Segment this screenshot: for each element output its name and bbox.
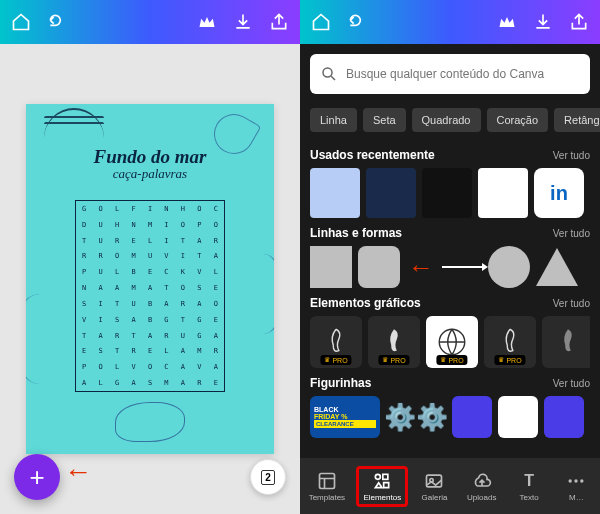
graphic-seahorse[interactable] — [542, 316, 590, 368]
share-icon[interactable] — [268, 11, 290, 33]
nav-elementos[interactable]: Elementos — [356, 466, 408, 507]
filter-chip[interactable]: Retângulo — [554, 108, 600, 132]
search-input[interactable] — [346, 67, 580, 81]
sticker-gears[interactable]: ⚙️⚙️ — [386, 396, 446, 438]
svg-point-0 — [323, 68, 332, 77]
elements-icon — [372, 471, 392, 491]
shape-square[interactable] — [310, 246, 352, 288]
grid-cell: P — [76, 359, 92, 375]
grid-cell: I — [158, 217, 174, 233]
grid-cell: V — [76, 312, 92, 328]
search-box[interactable] — [310, 54, 590, 94]
grid-cell: A — [191, 233, 207, 249]
grid-cell: O — [175, 280, 191, 296]
search-icon — [320, 65, 338, 83]
share-icon[interactable] — [568, 11, 590, 33]
graphic-seahorse[interactable]: ♛ PRO — [310, 316, 362, 368]
grid-cell: R — [109, 328, 125, 344]
home-icon[interactable] — [310, 11, 332, 33]
pro-badge: ♛ PRO — [436, 355, 467, 365]
grid-cell: R — [125, 343, 141, 359]
grid-cell: I — [175, 248, 191, 264]
top-bar — [0, 0, 300, 44]
shape-triangle[interactable] — [536, 248, 578, 286]
canvas-page[interactable]: Fundo do mar caça-palavras GOLFINHOCDUHN… — [26, 104, 274, 454]
grid-cell: N — [76, 280, 92, 296]
grid-cell: D — [76, 217, 92, 233]
nav-label: M… — [569, 493, 584, 502]
nav-label: Texto — [519, 493, 538, 502]
bottom-controls: + 2 — [14, 454, 286, 500]
canvas-area[interactable]: Fundo do mar caça-palavras GOLFINHOCDUHN… — [0, 44, 300, 514]
shape-rounded-square[interactable] — [358, 246, 400, 288]
nav-galeria[interactable]: Galeria — [413, 467, 455, 506]
grid-cell: E — [208, 280, 224, 296]
grid-cell: A — [208, 328, 224, 344]
page-counter[interactable]: 2 — [250, 459, 286, 495]
recent-thumb[interactable] — [310, 168, 360, 218]
grid-cell: U — [92, 264, 108, 280]
grid-cell: T — [175, 233, 191, 249]
see-all-link[interactable]: Ver tudo — [553, 228, 590, 239]
see-all-link[interactable]: Ver tudo — [553, 150, 590, 161]
see-all-link[interactable]: Ver tudo — [553, 378, 590, 389]
back-icon[interactable] — [346, 11, 368, 33]
nav-uploads[interactable]: Uploads — [461, 467, 503, 506]
shape-circle[interactable] — [488, 246, 530, 288]
grid-cell: O — [191, 201, 207, 217]
uploads-icon — [472, 471, 492, 491]
pro-badge: ♛ PRO — [320, 355, 351, 365]
recent-thumb-linkedin[interactable]: in — [534, 168, 584, 218]
download-icon[interactable] — [232, 11, 254, 33]
grid-cell: I — [142, 201, 158, 217]
elements-panel: LinhaSetaQuadradoCoraçãoRetângulo Usados… — [300, 44, 600, 458]
grid-cell: H — [175, 201, 191, 217]
grid-cell: A — [125, 312, 141, 328]
nav-texto[interactable]: T Texto — [508, 467, 550, 506]
search-container — [300, 44, 600, 100]
grid-cell: R — [92, 248, 108, 264]
section-title: Linhas e formas — [310, 226, 402, 240]
grid-cell: R — [208, 233, 224, 249]
add-button[interactable]: + — [14, 454, 60, 500]
sticker-item[interactable] — [452, 396, 492, 438]
nav-templates[interactable]: Templates — [303, 467, 351, 506]
nav-more[interactable]: M… — [555, 467, 597, 506]
filter-chip[interactable]: Quadrado — [412, 108, 481, 132]
grid-cell: M — [191, 343, 207, 359]
shape-arrow-line[interactable] — [442, 266, 482, 268]
grid-cell: T — [109, 343, 125, 359]
grid-cell: V — [191, 359, 207, 375]
crown-icon[interactable] — [496, 11, 518, 33]
grid-cell: V — [191, 264, 207, 280]
gallery-icon — [424, 471, 444, 491]
grid-cell: S — [76, 296, 92, 312]
crown-icon[interactable] — [196, 11, 218, 33]
sticker-item[interactable] — [544, 396, 584, 438]
graphic-seahorse[interactable]: ♛ PRO — [368, 316, 420, 368]
filter-chip[interactable]: Linha — [310, 108, 357, 132]
grid-cell: G — [191, 312, 207, 328]
graphic-seahorse[interactable]: ♛ PRO — [484, 316, 536, 368]
grid-cell: L — [92, 375, 108, 391]
filter-chip[interactable]: Coração — [487, 108, 549, 132]
download-icon[interactable] — [532, 11, 554, 33]
filter-chip[interactable]: Seta — [363, 108, 406, 132]
recent-thumb[interactable] — [478, 168, 528, 218]
back-icon[interactable] — [46, 11, 68, 33]
grid-cell: B — [142, 312, 158, 328]
graphic-shell[interactable]: ♛ PRO — [426, 316, 478, 368]
nav-label: Galeria — [422, 493, 448, 502]
recent-thumb[interactable] — [422, 168, 472, 218]
annotation-arrow-icon: ← — [408, 252, 434, 283]
sticker-item[interactable] — [498, 396, 538, 438]
recent-thumb[interactable] — [366, 168, 416, 218]
see-all-link[interactable]: Ver tudo — [553, 298, 590, 309]
grid-cell: S — [142, 375, 158, 391]
section-title: Usados recentemente — [310, 148, 435, 162]
grid-cell: L — [142, 233, 158, 249]
sticker-black-friday[interactable]: BLACK FRIDAY % CLEARANCE — [310, 396, 380, 438]
home-icon[interactable] — [10, 11, 32, 33]
grid-cell: A — [76, 375, 92, 391]
grid-cell: V — [158, 248, 174, 264]
